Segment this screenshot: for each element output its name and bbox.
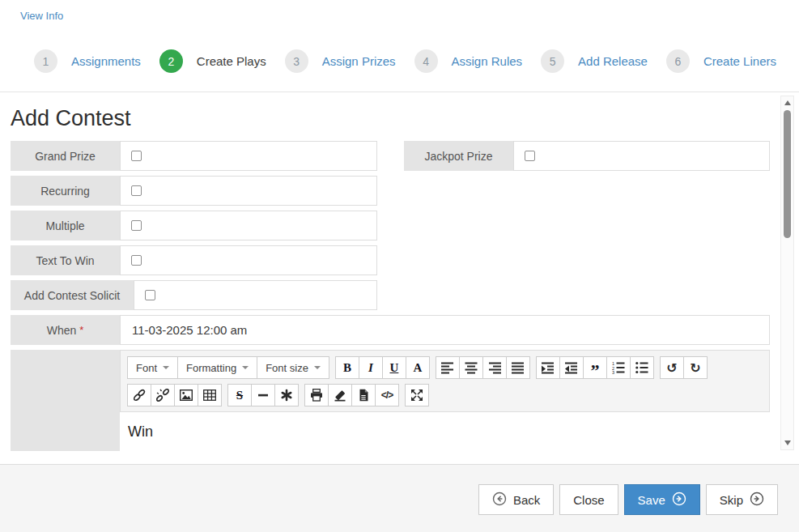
grand-prize-field (120, 141, 377, 171)
add-contest-solicit-label: Add Contest Solicit (11, 280, 134, 310)
unlink-button[interactable] (151, 384, 175, 406)
indent-button[interactable] (536, 356, 560, 379)
jackpot-prize-checkbox[interactable] (525, 151, 535, 161)
when-label: When* (11, 315, 120, 345)
form-row-add-contest-solicit: Add Contest Solicit (11, 280, 377, 310)
form-row-grand-prize: Grand Prize (11, 141, 377, 171)
asterisk-icon (280, 389, 293, 402)
ordered-list-icon: 123 (612, 361, 625, 374)
multiple-checkbox[interactable] (131, 220, 142, 231)
skip-button[interactable]: Skip (706, 484, 778, 515)
add-contest-solicit-checkbox[interactable] (145, 290, 155, 300)
step-create-plays[interactable]: 2 Create Plays (159, 49, 266, 73)
page-title: Add Contest (11, 106, 799, 131)
rich-text-editor: Font Formatting Font size B I U A (120, 350, 770, 451)
insert-image-button[interactable] (174, 384, 198, 406)
add-contest-solicit-field (134, 280, 377, 310)
code-icon: </> (381, 389, 393, 401)
strikethrough-button[interactable]: S (227, 384, 252, 406)
step-create-liners[interactable]: 6 Create Liners (666, 49, 776, 73)
vertical-scrollbar[interactable] (780, 96, 794, 450)
multiple-label: Multiple (11, 211, 120, 240)
text-to-win-field (120, 245, 377, 275)
redo-button[interactable]: ↻ (683, 356, 708, 379)
align-left-button[interactable] (436, 356, 460, 379)
step-label: Create Plays (197, 54, 266, 68)
outdent-icon (565, 361, 578, 374)
ordered-list-button[interactable]: 123 (606, 356, 631, 379)
special-character-button[interactable] (274, 384, 299, 406)
align-justify-button[interactable] (506, 356, 530, 379)
link-button[interactable] (127, 384, 151, 406)
text-to-win-checkbox[interactable] (131, 255, 142, 266)
scroll-down-arrow-icon[interactable] (784, 440, 791, 445)
italic-button[interactable]: I (359, 356, 383, 379)
bold-icon: B (343, 361, 351, 375)
horizontal-rule-icon (257, 389, 270, 402)
circle-arrow-right-icon (750, 492, 764, 509)
step-assign-prizes[interactable]: 3 Assign Prizes (285, 49, 396, 73)
back-button[interactable]: Back (478, 484, 554, 515)
align-right-icon (488, 361, 501, 374)
step-assign-rules[interactable]: 4 Assign Rules (414, 49, 523, 73)
font-dropdown[interactable]: Font (127, 356, 178, 379)
editor-label-cell (11, 350, 120, 451)
multiple-field (120, 211, 377, 240)
align-justify-icon (512, 361, 525, 374)
align-right-button[interactable] (482, 356, 507, 379)
bold-button[interactable]: B (335, 356, 359, 379)
form-row-jackpot-prize: Jackpot Prize (404, 141, 770, 171)
undo-icon: ↺ (666, 360, 677, 376)
grand-prize-label: Grand Prize (11, 141, 120, 171)
step-label: Add Release (578, 54, 648, 68)
document-icon (357, 389, 370, 402)
wizard-header: View Info 1 Assignments 2 Create Plays 3… (0, 0, 799, 92)
horizontal-rule-button[interactable] (251, 384, 275, 406)
outdent-button[interactable] (559, 356, 584, 379)
editor-toolbar: Font Formatting Font size B I U A (120, 350, 770, 412)
form-row-editor: Font Formatting Font size B I U A (11, 350, 770, 451)
recurring-label: Recurring (11, 176, 120, 206)
step-number: 3 (285, 49, 308, 73)
insert-table-button[interactable] (198, 384, 222, 406)
formatting-dropdown[interactable]: Formatting (177, 356, 257, 379)
scrollbar-thumb[interactable] (784, 110, 791, 238)
close-button[interactable]: Close (559, 484, 618, 515)
jackpot-prize-field (513, 141, 770, 171)
fullscreen-icon (410, 389, 423, 402)
scroll-up-arrow-icon[interactable] (784, 100, 791, 105)
image-icon (180, 389, 193, 402)
print-button[interactable] (304, 384, 329, 406)
eraser-button[interactable] (328, 384, 352, 406)
table-icon (203, 389, 216, 402)
unordered-list-button[interactable] (630, 356, 654, 379)
code-view-button[interactable]: </> (375, 384, 399, 406)
blockquote-button[interactable]: ” (583, 356, 607, 379)
step-assignments[interactable]: 1 Assignments (34, 49, 141, 73)
undo-button[interactable]: ↺ (660, 356, 684, 379)
font-size-dropdown[interactable]: Font size (257, 356, 329, 379)
jackpot-prize-label: Jackpot Prize (404, 141, 513, 171)
step-add-release[interactable]: 5 Add Release (541, 49, 648, 73)
italic-icon: I (368, 361, 373, 375)
svg-text:3: 3 (612, 370, 614, 374)
form-row-multiple: Multiple (11, 211, 377, 240)
align-left-icon (441, 361, 454, 374)
save-button[interactable]: Save (624, 484, 700, 515)
circle-arrow-left-icon (492, 492, 507, 509)
view-info-link[interactable]: View Info (20, 10, 63, 22)
when-datetime-input[interactable]: 11-03-2025 12:00 am (120, 315, 770, 345)
paste-document-button[interactable] (351, 384, 376, 406)
recurring-checkbox[interactable] (131, 185, 142, 196)
underline-button[interactable]: U (382, 356, 406, 379)
unlink-icon (156, 389, 169, 402)
font-color-button[interactable]: A (406, 356, 430, 379)
step-number: 5 (541, 49, 564, 73)
step-number: 6 (666, 49, 690, 73)
editor-content[interactable]: Win (120, 412, 770, 451)
redo-icon: ↻ (690, 360, 700, 376)
fullscreen-button[interactable] (405, 384, 429, 406)
link-icon (133, 389, 146, 402)
align-center-button[interactable] (459, 356, 483, 379)
grand-prize-checkbox[interactable] (131, 151, 142, 161)
